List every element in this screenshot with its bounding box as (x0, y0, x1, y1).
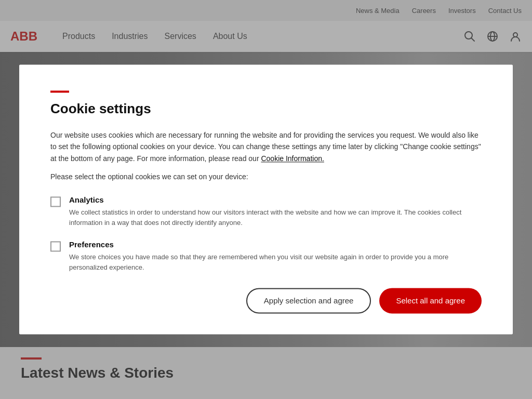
analytics-checkbox[interactable] (50, 197, 61, 207)
analytics-option: Analytics We collect statistics in order… (50, 196, 482, 228)
preferences-description: We store choices you have made so that t… (69, 252, 482, 273)
cookie-modal-title: Cookie settings (50, 101, 482, 117)
preferences-title: Preferences (69, 241, 482, 249)
preferences-content: Preferences We store choices you have ma… (69, 241, 482, 273)
cookie-info-link[interactable]: Cookie Information. (261, 154, 324, 163)
apply-selection-button[interactable]: Apply selection and agree (246, 288, 371, 314)
cookie-actions: Apply selection and agree Select all and… (50, 288, 482, 314)
analytics-description: We collect statistics in order to unders… (69, 208, 482, 228)
analytics-checkbox-wrapper[interactable] (50, 197, 61, 207)
analytics-content: Analytics We collect statistics in order… (69, 196, 482, 228)
cookie-description: Our website uses cookies which are neces… (50, 129, 482, 164)
cookie-modal: Cookie settings Our website uses cookies… (19, 64, 513, 334)
preferences-checkbox[interactable] (50, 242, 61, 252)
preferences-checkbox-wrapper[interactable] (50, 242, 61, 252)
cookie-accent-bar (50, 90, 69, 92)
select-all-button[interactable]: Select all and agree (379, 288, 482, 314)
cookie-options: Analytics We collect statistics in order… (50, 196, 482, 273)
cookie-select-instruction: Please select the optional cookies we ca… (50, 173, 482, 181)
analytics-title: Analytics (69, 196, 482, 205)
preferences-option: Preferences We store choices you have ma… (50, 241, 482, 273)
